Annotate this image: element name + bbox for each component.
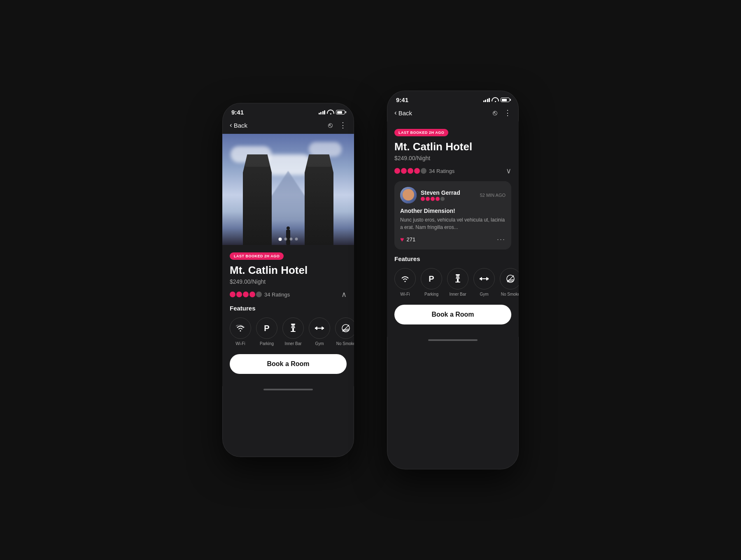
nav-bar-right: ‹ Back ⎋ ⋮ <box>387 106 519 121</box>
svg-rect-5 <box>316 327 317 330</box>
gate-container <box>243 146 333 245</box>
share-icon-left[interactable]: ⎋ <box>328 121 333 130</box>
content-right: LAST BOOKED 2H AGO Mt. Catlin Hotel $249… <box>387 121 519 337</box>
rev-star-4 <box>436 197 440 201</box>
home-bar-left <box>263 389 313 390</box>
share-icon-right[interactable]: ⎋ <box>493 109 497 117</box>
svg-rect-1 <box>292 328 294 331</box>
book-button-right[interactable]: Book a Room <box>394 305 511 324</box>
stars-left <box>230 292 262 297</box>
star-r4 <box>414 168 420 174</box>
dot-4[interactable] <box>295 238 298 240</box>
hotel-name-left: Mt. Catlin Hotel <box>230 264 347 277</box>
dot-3[interactable] <box>290 238 293 240</box>
svg-rect-6 <box>322 327 323 330</box>
review-title: Another Dimension! <box>400 208 506 214</box>
svg-rect-13 <box>457 279 459 282</box>
nosmoke-label-left: No Smoke <box>336 341 354 346</box>
svg-rect-7 <box>317 328 322 329</box>
signal-icon-left <box>319 110 326 114</box>
svg-rect-12 <box>456 274 460 275</box>
parking-circle-left: P <box>256 317 277 339</box>
status-time-right: 9:41 <box>396 96 408 103</box>
feature-wifi-left: Wi-Fi <box>230 317 251 346</box>
rev-star-3 <box>431 197 435 201</box>
review-card: Steven Gerrad 52 MIN AGO Another Dimensi… <box>394 181 511 250</box>
wifi-circle-right <box>394 268 416 289</box>
star-r5 <box>421 168 426 174</box>
rating-row-left[interactable]: 34 Ratings ∧ <box>230 290 347 299</box>
rating-row-right[interactable]: 34 Ratings ∨ <box>394 166 511 175</box>
star-r2 <box>401 168 407 174</box>
gym-circle-right <box>473 268 495 289</box>
svg-rect-0 <box>291 324 295 325</box>
bar-label-right: Inner Bar <box>449 292 466 296</box>
gym-label-left: Gym <box>315 341 324 346</box>
hotel-name-right: Mt. Catlin Hotel <box>394 140 511 153</box>
back-button-left[interactable]: ‹ Back <box>230 121 247 129</box>
features-grid-right: Wi-Fi P Parking Inner Bar <box>394 268 511 296</box>
reviewer-row: Steven Gerrad 52 MIN AGO <box>400 187 506 203</box>
svg-line-9 <box>343 329 349 330</box>
bar-circle-right <box>447 268 468 289</box>
battery-icon-right <box>501 98 510 102</box>
features-grid-left: Wi-Fi P Parking Inner Bar <box>230 317 347 346</box>
home-indicator-left <box>222 386 354 394</box>
nav-actions-right: ⎋ ⋮ <box>493 108 511 117</box>
more-icon-left[interactable]: ⋮ <box>339 121 347 130</box>
wifi-label-left: Wi-Fi <box>235 341 245 346</box>
more-options-icon[interactable]: ··· <box>497 235 506 244</box>
features-title-left: Features <box>230 305 347 312</box>
feature-parking-right: P Parking <box>421 268 442 296</box>
badge-right: LAST BOOKED 2H AGO <box>394 129 448 136</box>
reviewer-stars <box>421 197 480 201</box>
star-5 <box>256 292 262 297</box>
review-text: Nunc justo eros, vehicula vel vehicula u… <box>400 216 506 231</box>
status-bar-left: 9:41 <box>222 103 354 118</box>
image-dots-left[interactable] <box>279 238 298 241</box>
battery-icon-left <box>336 110 345 114</box>
review-footer: ♥ 271 ··· <box>400 235 506 244</box>
bar-label-left: Inner Bar <box>284 341 301 346</box>
svg-line-21 <box>508 280 514 280</box>
dot-1[interactable] <box>279 238 282 241</box>
book-button-left[interactable]: Book a Room <box>230 354 347 374</box>
collapse-icon-left[interactable]: ∧ <box>341 290 347 299</box>
nosmoke-circle-right <box>500 268 519 289</box>
features-title-right: Features <box>394 255 511 262</box>
phone-left: 9:41 ‹ Back ⎋ ⋮ <box>222 103 354 457</box>
back-chevron-left: ‹ <box>230 121 232 129</box>
svg-rect-17 <box>481 277 482 280</box>
expand-icon-right[interactable]: ∨ <box>506 166 511 175</box>
parking-circle-right: P <box>421 268 442 289</box>
avatar-inner <box>400 187 417 203</box>
feature-wifi-right: Wi-Fi <box>394 268 416 296</box>
star-3 <box>243 292 249 297</box>
back-button-right[interactable]: ‹ Back <box>394 109 412 117</box>
more-icon-right[interactable]: ⋮ <box>504 108 511 117</box>
rev-star-1 <box>421 197 425 201</box>
back-chevron-right: ‹ <box>394 109 397 117</box>
nosmoke-label-right: No Smoke <box>501 292 519 296</box>
rev-star-2 <box>426 197 430 201</box>
like-row[interactable]: ♥ 271 <box>400 236 415 243</box>
stars-right <box>394 168 426 174</box>
star-4 <box>249 292 255 297</box>
svg-rect-2 <box>291 331 296 332</box>
feature-gym-right: Gym <box>473 268 495 296</box>
back-label-right: Back <box>398 110 412 117</box>
star-2 <box>236 292 242 297</box>
wifi-icon-left <box>328 110 333 114</box>
star-r3 <box>408 168 413 174</box>
gate-right <box>305 154 333 245</box>
reviewer-avatar <box>400 187 417 203</box>
phone-right: 9:41 ‹ Back ⎋ ⋮ LAST BOOKED 2H AGO Mt. C… <box>387 91 519 469</box>
dot-2[interactable] <box>284 238 287 240</box>
hero-image-left <box>222 134 354 245</box>
price-right: $249.00/Night <box>394 155 511 161</box>
nav-bar-left: ‹ Back ⎋ ⋮ <box>222 118 354 134</box>
parking-letter-left: P <box>264 324 269 333</box>
star-1 <box>230 292 235 297</box>
heart-icon[interactable]: ♥ <box>400 236 404 243</box>
svg-rect-18 <box>486 277 487 280</box>
